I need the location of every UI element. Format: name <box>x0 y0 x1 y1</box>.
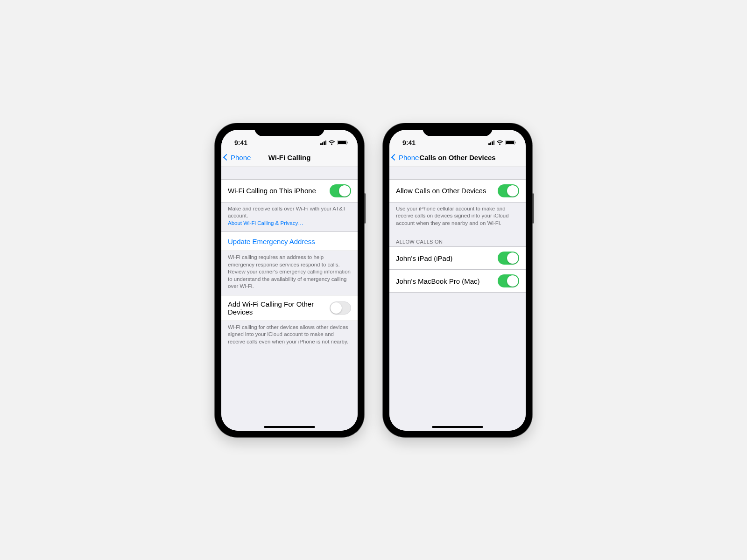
back-label: Phone <box>399 154 419 161</box>
toggle-device-ipad[interactable] <box>498 252 519 265</box>
home-indicator[interactable] <box>432 426 483 428</box>
screen: 9:41 Phone Wi-Fi Calling Wi-Fi Calling o… <box>221 130 358 431</box>
row-label: Update Emergency Address <box>228 238 351 245</box>
content: Allow Calls on Other Devices Use your iP… <box>389 167 526 431</box>
row-device-ipad[interactable]: John's iPad (iPad) <box>389 246 526 270</box>
battery-icon <box>505 139 516 147</box>
footer-allow-calls: Use your iPhone cellular account to make… <box>389 203 526 232</box>
cellular-signal-icon <box>488 140 494 145</box>
cellular-signal-icon <box>320 140 326 145</box>
row-update-emergency-address[interactable]: Update Emergency Address <box>221 231 358 251</box>
row-device-macbook[interactable]: John's MacBook Pro (Mac) <box>389 270 526 293</box>
iphone-device-right: 9:41 Phone Calls on Other Devices Allow … <box>383 123 532 437</box>
screen: 9:41 Phone Calls on Other Devices Allow … <box>389 130 526 431</box>
row-label: John's MacBook Pro (Mac) <box>396 277 498 285</box>
row-label: Add Wi-Fi Calling For Other Devices <box>228 300 330 316</box>
svg-rect-5 <box>515 141 516 143</box>
content: Wi-Fi Calling on This iPhone Make and re… <box>221 167 358 431</box>
toggle-device-macbook[interactable] <box>498 274 519 287</box>
row-allow-calls-other-devices[interactable]: Allow Calls on Other Devices <box>389 179 526 203</box>
row-label: Wi-Fi Calling on This iPhone <box>228 187 330 195</box>
status-time: 9:41 <box>234 139 247 147</box>
row-add-wifi-calling-other-devices[interactable]: Add Wi-Fi Calling For Other Devices <box>221 295 358 321</box>
toggle-allow-calls[interactable] <box>498 184 519 197</box>
iphone-device-left: 9:41 Phone Wi-Fi Calling Wi-Fi Calling o… <box>215 123 364 437</box>
toggle-wifi-calling[interactable] <box>330 184 351 197</box>
svg-rect-2 <box>347 141 348 143</box>
section-header-allow-calls-on: Allow Calls On <box>389 231 526 246</box>
home-indicator[interactable] <box>264 426 315 428</box>
notch <box>423 123 493 136</box>
svg-rect-4 <box>506 141 514 144</box>
link-about-privacy[interactable]: About Wi-Fi Calling & Privacy… <box>228 220 303 226</box>
footer-emergency-address: Wi-Fi calling requires an address to hel… <box>221 251 358 295</box>
footer-other-devices: Wi-Fi calling for other devices allows o… <box>221 321 358 350</box>
wifi-icon <box>328 139 335 147</box>
nav-bar: Phone Wi-Fi Calling <box>221 148 358 167</box>
status-time: 9:41 <box>402 139 416 147</box>
status-icons <box>320 139 348 147</box>
notch <box>254 123 324 136</box>
back-label: Phone <box>231 154 251 161</box>
wifi-icon <box>496 139 503 147</box>
row-wifi-calling-this-iphone[interactable]: Wi-Fi Calling on This iPhone <box>221 179 358 203</box>
chevron-left-icon <box>223 154 230 161</box>
page-title: Calls on Other Devices <box>419 154 495 161</box>
back-button[interactable]: Phone <box>392 148 419 167</box>
nav-bar: Phone Calls on Other Devices <box>389 148 526 167</box>
chevron-left-icon <box>391 154 398 161</box>
toggle-other-devices[interactable] <box>330 301 351 315</box>
battery-icon <box>337 139 348 147</box>
row-label: Allow Calls on Other Devices <box>396 187 498 195</box>
footer-wifi-calling: Make and receive calls over Wi-Fi with y… <box>221 203 358 232</box>
back-button[interactable]: Phone <box>224 148 251 167</box>
status-icons <box>488 139 516 147</box>
row-label: John's iPad (iPad) <box>396 254 498 262</box>
svg-rect-1 <box>338 141 346 144</box>
page-title: Wi-Fi Calling <box>268 154 311 161</box>
